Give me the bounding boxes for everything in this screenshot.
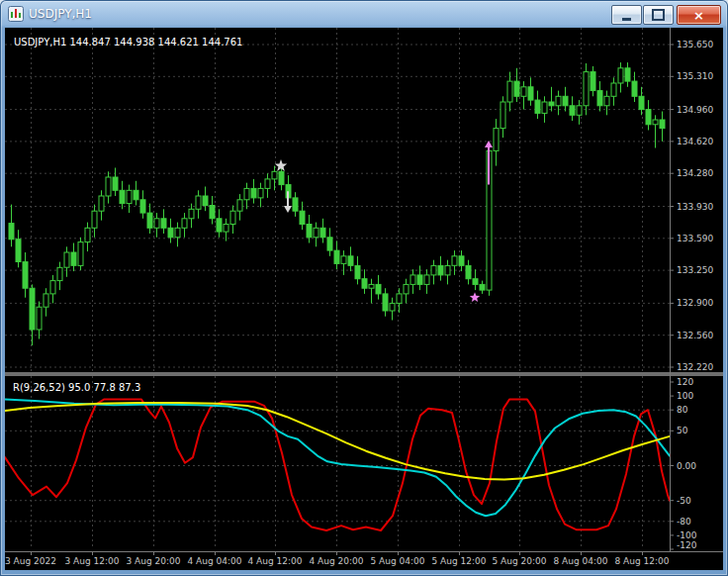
minimize-button[interactable] [611,5,642,25]
indicator-tick-label: -50 [677,496,691,506]
candle-body [16,240,21,262]
candle-body [611,83,616,96]
candle-body [272,171,277,179]
price-tick-label: 133.930 [677,202,713,212]
minimize-icon [622,18,631,21]
candle-body [300,211,305,224]
candle-body [376,284,381,294]
candle-body [618,68,623,83]
candle-body [127,190,132,203]
candle-body [154,219,159,229]
time-tick-label: 4 Aug 20:00 [310,556,364,566]
candle-body [168,228,173,238]
indicator-tick-label: -120 [677,540,697,550]
candle-body [30,288,35,330]
candle-body [494,129,499,151]
candle-body [140,200,145,213]
time-tick-label: 8 Aug 12:00 [615,556,670,566]
candle-body [632,81,637,96]
candle-body [653,120,658,125]
candle-body [507,81,512,102]
candle-body [466,265,471,278]
time-tick-label: 8 Aug 04:00 [554,556,608,566]
candle-body [521,87,526,97]
candle-body [251,188,256,198]
price-tick-label: 132.220 [677,362,713,372]
candle-body [23,262,28,289]
chart-icon [8,6,24,22]
candle-body [542,102,547,113]
candle-body [106,177,111,196]
candle-body [348,256,353,266]
candle-body [625,68,630,81]
close-button[interactable]: × [677,5,721,25]
candle-body [175,228,180,238]
indicator-tick-label: -80 [677,517,691,527]
price-tick-label: 132.900 [677,298,713,308]
candle-body [9,224,14,240]
close-icon: × [693,9,704,22]
indicator-tick-label: 120 [677,377,693,387]
price-tick-label: 134.280 [677,168,713,178]
time-tick-label: 5 Aug 20:00 [493,556,547,566]
candle-body [397,294,402,304]
candle-body [224,225,228,233]
candle-body [50,281,55,294]
time-tick-label: 3 Aug 12:00 [65,556,120,566]
candle-body [189,209,194,219]
chart-client-area[interactable]: 135.650135.310134.960134.620134.280133.9… [5,28,723,570]
price-tick-label: 134.960 [677,105,713,115]
candle-body [646,110,651,125]
candle-body [355,265,360,278]
maximize-button[interactable] [643,5,674,25]
candle-body [334,250,339,263]
candle-body [147,213,152,228]
candle-body [500,102,505,129]
candle-body [258,188,263,198]
price-tick-label: 132.560 [677,331,713,340]
window-controls: × [610,5,721,25]
chart-window: USDJPY,H1 × 135.650135.310134.960134.620… [0,0,728,576]
panel-separator[interactable] [5,372,723,376]
candle-body [237,200,242,211]
candle-body [161,219,166,229]
price-tick-label: 133.590 [677,234,713,243]
candle-body [660,120,665,129]
candle-body [85,228,90,241]
candle-body [327,238,332,250]
candle-body [383,294,388,311]
candle-body [57,267,62,280]
price-tick-label: 135.310 [677,71,713,81]
price-tick-label: 135.650 [677,40,713,49]
candle-body [597,91,602,106]
time-tick-label: 3 Aug 20:00 [127,556,181,566]
chart-canvas[interactable]: 135.650135.310134.960134.620134.280133.9… [5,28,723,570]
candle-body [196,196,201,209]
candle-body [265,179,270,189]
candle-body [424,275,429,285]
candle-body [591,72,595,91]
candle-body [549,102,554,106]
candle-body [369,284,374,288]
titlebar[interactable]: USDJPY,H1 × [2,2,726,27]
indicator-tick-label: 100 [677,391,693,401]
candle-body [410,275,415,285]
candle-body [362,279,367,289]
candle-body [92,211,97,228]
candle-body [37,307,42,330]
candle-body [514,81,519,96]
candle-body [279,171,284,184]
window-title: USDJPY,H1 [29,7,92,21]
candle-body [78,242,83,266]
indicator-tick-label: 50 [677,426,688,435]
candle-body [452,256,457,266]
time-tick-label: 5 Aug 12:00 [432,556,487,566]
candle-body [307,225,312,238]
candle-body [639,96,644,109]
candle-body [230,211,235,224]
price-tick-label: 134.620 [677,137,713,146]
candle-body [417,275,422,285]
candle-body [584,72,589,106]
candle-body [480,284,485,290]
time-tick-label: 4 Aug 04:00 [188,556,242,566]
